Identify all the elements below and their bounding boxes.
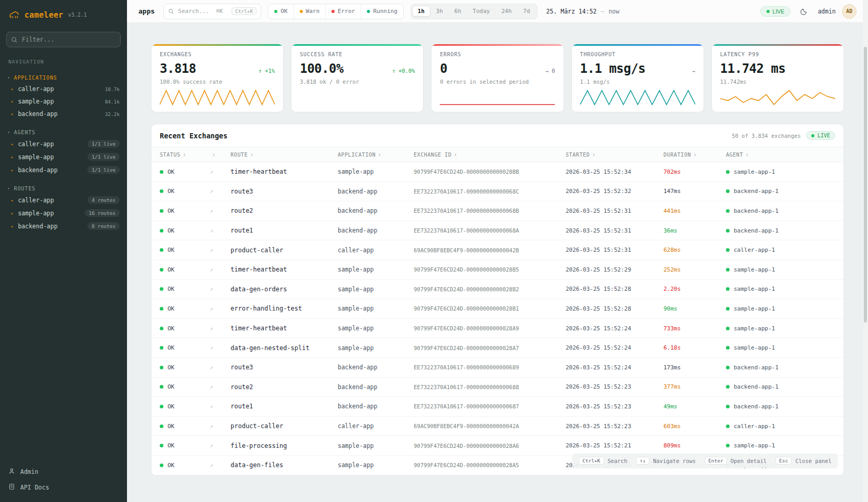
live-toggle[interactable]: LIVE: [760, 6, 791, 17]
status-ok-dot-icon: [160, 424, 163, 428]
status-filter-chip[interactable]: Warn: [294, 4, 326, 19]
sidebar-item-application[interactable]: ▸ caller-app 10.7k: [0, 83, 127, 95]
table-row[interactable]: OK ↗ route1 backend-app EE7322370A10617-…: [151, 221, 844, 241]
sidebar-item-agent[interactable]: ▸ caller-app 1/1 live: [0, 137, 127, 150]
sidebar-item-label: sample-app: [18, 153, 83, 161]
time-range-button[interactable]: 1h: [412, 6, 430, 17]
duration-cell: 733ms: [663, 325, 726, 332]
document-icon: [8, 483, 15, 492]
sidebar-item-route[interactable]: ▸ caller-app 4 routes: [0, 194, 127, 207]
chevron-right-icon: ▸: [11, 168, 14, 173]
route-cell: file-processing: [231, 442, 338, 449]
open-detail-icon[interactable]: ↗: [210, 247, 231, 253]
panel-title: Recent Exchanges: [160, 132, 227, 140]
date-range[interactable]: 25. März 14:52 — now: [546, 8, 620, 15]
scrollbar-thumb[interactable]: [864, 47, 867, 323]
table-row[interactable]: OK ↗ product-caller caller-app 69AC90BF8…: [151, 240, 844, 260]
open-detail-icon[interactable]: ↗: [210, 364, 231, 371]
status-filter-chip[interactable]: OK: [269, 4, 293, 19]
open-detail-icon[interactable]: ↗: [210, 403, 231, 410]
section-header-applications[interactable]: ▾ APPLICATIONS: [0, 73, 127, 83]
sidebar-filter-input[interactable]: [6, 32, 121, 47]
sidebar-item-route[interactable]: ▸ backend-app 6 routes: [0, 220, 127, 233]
status-ok-dot-icon: [160, 268, 163, 272]
search-input[interactable]: [178, 8, 228, 15]
sidebar-section-applications: ▾ APPLICATIONS ▸ caller-app 10.7k ▸ samp…: [0, 73, 127, 120]
status-ok-dot-icon: [160, 287, 163, 291]
open-detail-icon[interactable]: ↗: [210, 442, 231, 449]
sidebar-item-application[interactable]: ▸ backend-app 32.2k: [0, 108, 127, 120]
status-filter-label: Error: [338, 8, 355, 15]
table-body: OK ↗ timer-heartbeat sample-app 90799F47…: [151, 162, 844, 475]
status-filter-chip[interactable]: Running: [361, 4, 403, 19]
open-detail-icon[interactable]: ↗: [210, 266, 231, 273]
table-row[interactable]: OK ↗ timer-heartbeat sample-app 90799F47…: [151, 260, 844, 280]
open-detail-icon[interactable]: ↗: [210, 423, 231, 430]
time-range-button[interactable]: 3h: [430, 6, 449, 17]
open-detail-icon[interactable]: ↗: [210, 325, 231, 332]
sort-icon: ↕: [592, 152, 595, 157]
section-header-routes[interactable]: ▾ ROUTES: [0, 184, 127, 194]
column-header[interactable]: APPLICATION ↕: [338, 152, 414, 158]
table-row[interactable]: OK ↗ timer-heartbeat sample-app 90799F47…: [151, 162, 844, 182]
kpi-card-success-rate: SUCCESS RATE 100.0% ↑ +0.0% 3.818 ok / 0…: [291, 44, 424, 112]
sidebar-item-api-docs[interactable]: API Docs: [8, 483, 119, 492]
column-label: EXCHANGE ID: [414, 152, 452, 158]
table-row[interactable]: OK ↗ route3 backend-app EE7322370A10617-…: [151, 358, 844, 378]
table-live-badge[interactable]: LIVE: [806, 131, 835, 140]
time-range-button[interactable]: 24h: [495, 6, 517, 17]
open-detail-icon[interactable]: ↗: [210, 286, 231, 292]
kpi-cards: EXCHANGES 3.818 ↑ +1% 100.0% success rat…: [151, 44, 844, 112]
table-row[interactable]: OK ↗ product-caller caller-app 69AC90BF8…: [151, 417, 844, 436]
sidebar-item-admin[interactable]: Admin: [8, 468, 119, 476]
column-header[interactable]: DURATION ↕: [663, 152, 726, 158]
section-header-agents[interactable]: ▾ AGENTS: [0, 127, 127, 137]
table-row[interactable]: OK ↗ route2 backend-app EE7322370A10617-…: [151, 378, 844, 397]
started-cell: 2026-03-25 15:52:31: [566, 208, 663, 214]
sidebar-item-application[interactable]: ▸ sample-app 84.1k: [0, 95, 127, 108]
table-row[interactable]: OK ↗ file-processing sample-app 90799F47…: [151, 436, 844, 456]
open-detail-icon[interactable]: ↗: [210, 305, 231, 312]
scrollbar-track[interactable]: [863, 0, 868, 502]
open-detail-icon[interactable]: ↗: [210, 344, 231, 351]
route-cell: route3: [231, 364, 338, 371]
dark-mode-toggle[interactable]: [797, 4, 811, 19]
column-header[interactable]: STATUS ↕: [160, 152, 210, 158]
sidebar-item-route[interactable]: ▸ sample-app 16 routes: [0, 207, 127, 220]
status-filter-chip[interactable]: Error: [326, 4, 361, 19]
time-range-button[interactable]: 6h: [449, 6, 467, 17]
table-row[interactable]: OK ↗ data-gen-nested-split sample-app 90…: [151, 338, 844, 358]
agent-dot-icon: [726, 248, 730, 252]
status-label: OK: [168, 188, 174, 195]
live-dot-icon: [767, 10, 770, 13]
column-header[interactable]: AGENT ↕: [726, 152, 835, 158]
column-header[interactable]: EXCHANGE ID ↕: [414, 152, 566, 158]
open-detail-icon[interactable]: ↗: [210, 208, 231, 214]
table-row[interactable]: OK ↗ route3 backend-app EE7322370A10617-…: [151, 182, 844, 202]
column-header[interactable]: STARTED ↕: [566, 152, 663, 158]
agent-cell: backend-app-1: [726, 227, 835, 234]
open-detail-icon[interactable]: ↗: [210, 462, 231, 469]
sort-icon: ↕: [694, 152, 697, 157]
time-range-button[interactable]: Today: [467, 6, 495, 17]
sidebar-item-agent[interactable]: ▸ backend-app 1/1 live: [0, 163, 127, 176]
status-cell: OK: [160, 462, 210, 469]
open-detail-icon[interactable]: ↗: [210, 383, 231, 390]
open-detail-icon[interactable]: ↗: [210, 188, 231, 195]
table-row[interactable]: OK ↗ error-handling-test sample-app 9079…: [151, 299, 844, 319]
table-row[interactable]: OK ↗ route1 backend-app EE7322370A10617-…: [151, 397, 844, 417]
column-header[interactable]: ↕: [210, 152, 231, 157]
open-detail-icon[interactable]: ↗: [210, 169, 231, 175]
app-root: cameleer v3.2.1 NAVIGATION ▾ APPLICATION…: [0, 0, 868, 502]
agent-cell: sample-app-1: [726, 266, 835, 273]
sidebar-item-agent[interactable]: ▸ sample-app 1/1 live: [0, 150, 127, 163]
navigation-label: NAVIGATION: [0, 49, 127, 66]
open-detail-icon[interactable]: ↗: [210, 227, 231, 234]
column-header[interactable]: ROUTE ↕: [231, 152, 338, 158]
table-row[interactable]: OK ↗ timer-heartbeat sample-app 90799F47…: [151, 319, 844, 339]
table-row[interactable]: OK ↗ route2 backend-app EE7322370A10617-…: [151, 201, 844, 221]
table-row[interactable]: OK ↗ data-gen-orders sample-app 90799F47…: [151, 280, 844, 300]
time-range-button[interactable]: 7d: [517, 6, 535, 17]
sidebar-filter: [6, 32, 121, 47]
avatar[interactable]: AD: [842, 4, 857, 19]
